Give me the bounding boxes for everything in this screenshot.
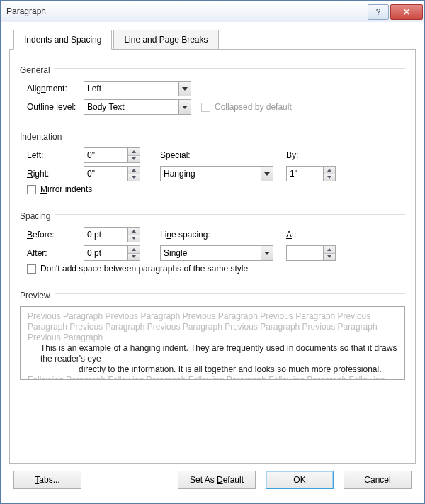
special-label: Special: [160, 150, 238, 160]
no-add-space-label: Don't add space between paragraphs of th… [40, 264, 248, 274]
spin-down-icon[interactable] [128, 254, 140, 261]
before-spinner[interactable]: 0 pt [84, 227, 140, 242]
indent-right-spinner[interactable]: 0" [84, 166, 140, 181]
spin-up-icon[interactable] [128, 148, 140, 156]
collapsed-label: Collapsed by default [215, 102, 292, 112]
spin-up-icon[interactable] [128, 167, 140, 174]
help-icon: ? [376, 7, 381, 17]
tab-panel: General Alignment: Left Outline level: B… [9, 50, 416, 464]
preview-sample-1: This is an example of a hanging indent. … [28, 343, 397, 364]
chevron-down-icon [178, 82, 191, 96]
spin-down-icon[interactable] [128, 156, 140, 163]
indent-left-spinner[interactable]: 0" [84, 147, 140, 163]
close-button[interactable]: ✕ [390, 4, 423, 20]
mirror-indents-label: Mirror indents [40, 184, 92, 194]
indent-right-label: Right: [20, 169, 84, 179]
chevron-down-icon [261, 167, 273, 181]
after-spinner[interactable]: 0 pt [84, 245, 140, 261]
titlebar: Paragraph ? ✕ [1, 1, 424, 22]
spin-down-icon[interactable] [324, 254, 335, 261]
tabstrip: Indents and Spacing Line and Page Breaks [9, 29, 416, 50]
group-preview: Preview [20, 291, 50, 301]
line-spacing-combo[interactable]: Single [160, 245, 273, 261]
at-spinner[interactable] [286, 245, 336, 261]
set-default-button[interactable]: Set As Default [178, 471, 256, 489]
group-spacing: Spacing [20, 211, 50, 221]
preview-sample-2: directly to the information. It is all t… [28, 364, 397, 375]
chevron-down-icon [178, 100, 191, 114]
chevron-down-icon [261, 246, 273, 260]
no-add-space-checkbox[interactable] [27, 264, 36, 274]
alignment-combo[interactable]: Left [84, 81, 191, 96]
special-combo[interactable]: Hanging [160, 166, 273, 181]
tabs-button[interactable]: Tabs... [13, 471, 81, 489]
outline-combo[interactable]: Body Text [84, 99, 191, 115]
before-label: Before: [20, 230, 84, 240]
line-spacing-label: Line spacing: [160, 230, 238, 240]
preview-following: Following Paragraph Following Paragraph … [28, 375, 397, 380]
cancel-button[interactable]: Cancel [344, 471, 412, 489]
spin-up-icon[interactable] [128, 228, 140, 235]
collapsed-checkbox [201, 103, 210, 112]
spin-up-icon[interactable] [324, 167, 335, 174]
group-general: General [20, 65, 50, 75]
help-button[interactable]: ? [368, 4, 389, 20]
group-indentation: Indentation [20, 132, 62, 142]
spin-up-icon[interactable] [128, 246, 140, 254]
tab-indents-spacing[interactable]: Indents and Spacing [13, 30, 112, 50]
ok-button[interactable]: OK [266, 471, 334, 489]
close-icon: ✕ [403, 7, 410, 17]
mirror-indents-checkbox[interactable] [27, 185, 36, 194]
button-bar: Tabs... Set As Default OK Cancel [9, 464, 416, 496]
preview-previous: Previous Paragraph Previous Paragraph Pr… [28, 311, 397, 343]
spin-down-icon[interactable] [128, 235, 140, 242]
alignment-label: Alignment: [20, 84, 84, 94]
window-title: Paragraph [6, 6, 368, 16]
dialog-body: Indents and Spacing Line and Page Breaks… [1, 22, 424, 503]
by-spinner[interactable]: 1" [286, 166, 336, 181]
paragraph-dialog: Paragraph ? ✕ Indents and Spacing Line a… [0, 0, 425, 504]
spin-down-icon[interactable] [128, 174, 140, 181]
spin-up-icon[interactable] [324, 246, 335, 254]
by-label: By: [286, 150, 298, 160]
spin-down-icon[interactable] [324, 174, 335, 181]
preview-box: Previous Paragraph Previous Paragraph Pr… [20, 306, 405, 380]
outline-label: Outline level: [20, 102, 84, 112]
after-label: After: [20, 248, 84, 258]
at-label: At: [286, 230, 297, 240]
tab-line-breaks[interactable]: Line and Page Breaks [113, 30, 218, 50]
indent-left-label: Left: [20, 150, 84, 160]
